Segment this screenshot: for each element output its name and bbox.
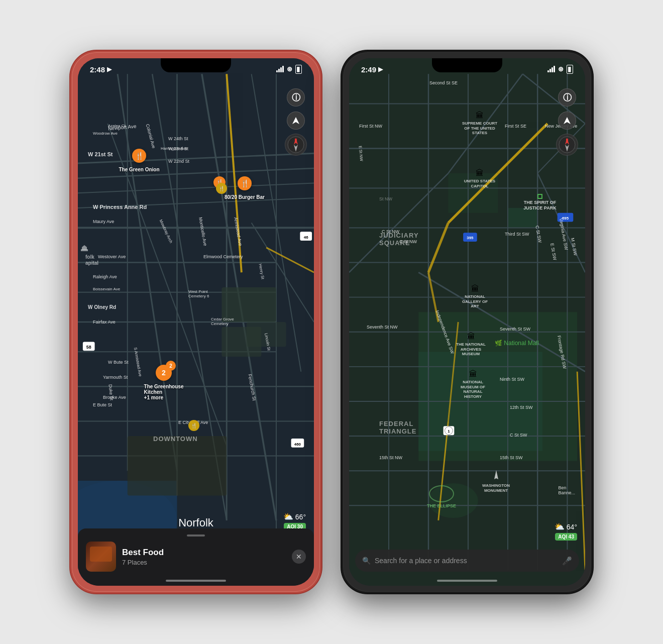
battery-icon-right: ▮ [567,65,573,74]
mute-button[interactable] [70,92,72,106]
location-button-right[interactable] [558,112,576,130]
search-placeholder: Search for a place or address [375,557,558,565]
svg-marker-88 [564,117,571,124]
signal-icon-right [547,66,555,72]
svg-text:395: 395 [467,236,474,240]
power-button[interactable] [320,113,321,143]
cloud-icon: ⛅ [283,512,293,521]
right-screen: 2:49 ▶ ⊛ ▮ [349,58,585,586]
notch-right [432,58,502,72]
compass-right[interactable]: N [556,134,578,156]
mute-button-r[interactable] [342,92,343,106]
wifi-icon-right: ⊛ [558,65,564,73]
pin-label-greenhouse: The GreenhouseKitchen+1 more [144,384,184,400]
capitol-icon: folkapital [85,254,98,266]
notch [161,58,231,72]
location-button-left[interactable] [287,112,305,130]
svg-line-2 [78,153,314,163]
pin-label-green-onion: The Green Onion [119,167,159,172]
nat-archives-landmark: 🏛 THE NATIONAL ARCHIVES MUSEUM [455,332,487,357]
battery-icon: ▮ [295,65,302,74]
svg-rect-28 [247,322,286,347]
svg-marker-87 [494,470,498,479]
svg-rect-29 [128,436,227,495]
search-icon-right: 🔍 [362,557,371,565]
svg-line-75 [428,223,448,273]
info-button-right[interactable]: ⓘ [558,88,576,106]
panel-text: Best Food 7 Places [122,548,286,566]
compass-left[interactable]: N [285,134,307,156]
svg-text:695: 695 [562,216,569,221]
home-indicator-left[interactable] [166,580,226,582]
mic-icon-right[interactable]: 🎤 [562,556,572,566]
nat-history-landmark: 🏛 NATIONAL MUSEUM OF NATURAL HISTORY [457,370,489,399]
svg-text:460: 460 [294,442,301,447]
home-indicator-right[interactable] [437,580,497,582]
status-icons-right: ⊛ ▮ [547,65,573,74]
cloud-icon-right: ⛅ [555,522,565,531]
volume-down-button[interactable] [70,134,72,150]
pin-green-onion[interactable]: 🍴 The Green Onion [132,149,146,163]
bottom-panel-left: Best Food 7 Places ✕ [78,528,314,586]
pin-label-burger-bar: 80/20 Burger Bar [225,194,265,200]
left-screen: 2:48 ▶ ⊛ ▮ [78,58,314,586]
wifi-icon: ⊛ [287,65,292,73]
map-right[interactable]: 695 395 1 Second St SE First St SE First… [349,58,585,586]
map-roads-left: 58 460 46 [78,58,314,586]
city-label: Norfolk [78,516,314,529]
location-icon: ▶ [107,66,112,73]
pin-downtown-food[interactable]: 🍴 [188,420,199,431]
aqi-badge-right: AQI 43 [555,533,577,541]
time-right: 2:49 ▶ [361,65,383,74]
close-button[interactable]: ✕ [292,550,306,564]
svg-marker-39 [292,117,299,124]
svg-line-3 [78,168,314,178]
drag-handle[interactable] [187,534,205,536]
location-arrow-icon-right [563,116,572,125]
food-thumbnail [86,542,116,572]
signal-icon [276,66,284,72]
washington-monument-landmark: WASHINGTON MONUMENT [480,470,512,493]
ellipse-landmark: The Ellipse [427,485,456,509]
map-roads-right: 695 395 1 [349,58,585,586]
svg-line-5 [78,198,314,208]
svg-marker-38 [82,245,87,247]
svg-line-25 [266,248,314,272]
time-left: 2:48 ▶ [90,65,112,74]
location-arrow-icon [291,116,300,125]
svg-text:N: N [566,138,568,142]
weather-badge-left: ⛅ 66° AQI 30 [283,512,306,530]
search-bar-right[interactable]: 🔍 Search for a place or address 🎤 [355,550,579,572]
capitol-landmark: 🏛 UNITED STATES CAPITOL [462,169,497,188]
location-icon-right: ▶ [378,66,383,73]
phone-right: 2:49 ▶ ⊛ ▮ [342,51,593,593]
svg-text:1: 1 [448,429,450,434]
nat-gallery-landmark: 🏛 NATIONAL GALLERY OF ART [459,284,491,309]
power-button-r[interactable] [591,113,593,143]
svg-rect-26 [222,287,276,322]
svg-rect-47 [508,208,537,228]
panel-title: Best Food [122,548,286,558]
spirit-park-landmark: The Spirit of Justice Park [520,194,560,211]
svg-line-24 [227,74,242,272]
capitol-building-icon [81,244,88,253]
weather-badge-right: ⛅ 64° AQI 43 [555,522,577,541]
volume-up-button-r[interactable] [342,113,343,129]
supreme-court-landmark: 🏛 SUPREME COURT OF THE UNITED STATES [460,111,500,136]
phone-left: 2:48 ▶ ⊛ ▮ [70,51,321,593]
svg-line-4 [78,183,314,193]
panel-subtitle: 7 Places [122,559,286,566]
pin-burger-bar[interactable]: 🍴 80/20 Burger Bar [238,176,252,190]
svg-rect-37 [82,247,87,250]
map-left[interactable]: 58 460 46 Newport Ave W 21st St W 24th S… [78,58,314,586]
pin-greenhouse[interactable]: 2 2 The GreenhouseKitchen+1 more [156,365,172,381]
svg-text:58: 58 [86,345,91,350]
status-icons-left: ⊛ ▮ [276,65,302,74]
pin-small[interactable]: 🍴 [216,183,227,194]
volume-down-button-r[interactable] [342,134,343,150]
svg-text:N: N [294,138,297,142]
svg-line-14 [118,74,177,471]
svg-text:46: 46 [304,235,308,240]
volume-up-button[interactable] [70,113,72,129]
info-button-left[interactable]: ⓘ [287,88,305,106]
